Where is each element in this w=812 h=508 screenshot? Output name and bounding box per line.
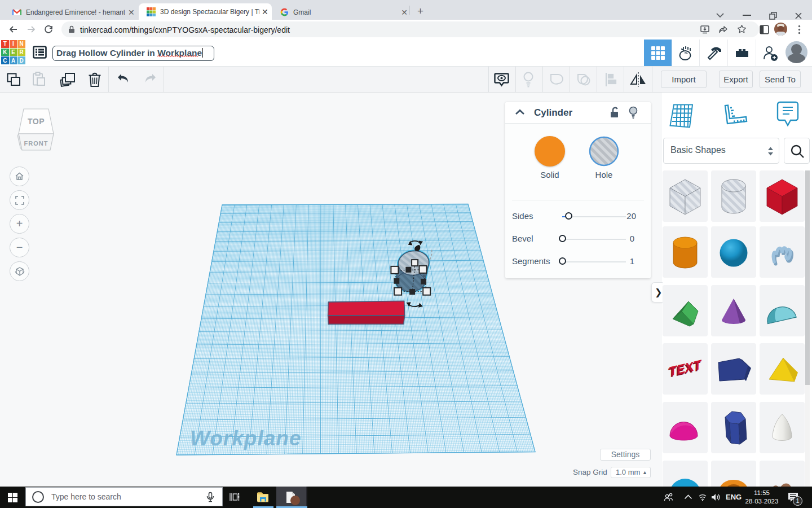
svg-text:Workplane: Workplane: [190, 427, 301, 450]
svg-text:FRONT: FRONT: [24, 140, 48, 147]
svg-text:TOP: TOP: [28, 117, 45, 126]
